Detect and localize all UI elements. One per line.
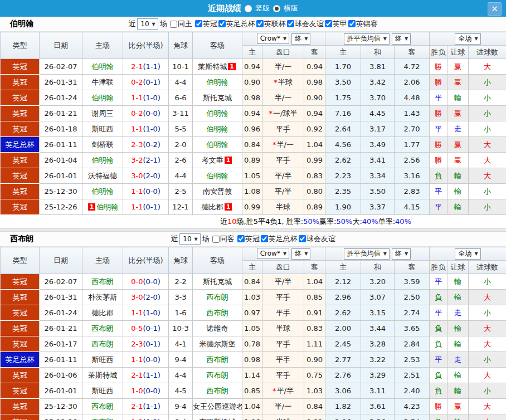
league-checkbox[interactable]: 英甲 (324, 19, 347, 29)
odds-final-select[interactable]: 终 (291, 248, 310, 260)
result-wdl: 勝 (430, 75, 447, 90)
league-checkbox[interactable]: 英联杯 (255, 19, 286, 29)
odds-away: 0.83 (304, 321, 325, 336)
avg-draw: 3.49 (361, 137, 395, 153)
match-row: 英冠26-01-01沃特福德3-0(2-0)4-4伯明翰1.05平/半0.832… (1, 168, 506, 184)
league-checkbox-input[interactable] (218, 20, 226, 27)
avg-final-select[interactable]: 终 (392, 248, 411, 260)
corners: 3-11 (169, 106, 193, 121)
league-checkbox-input[interactable] (287, 20, 294, 27)
avg-home: 1.82 (325, 399, 361, 414)
match-count-select[interactable]: 10 (179, 233, 200, 245)
league-checkbox-input[interactable] (237, 235, 245, 242)
match-row: 英冠26-01-01斯旺西1-0(0-0)4-5西布朗0.85*平/半1.033… (1, 383, 506, 399)
league-checkbox[interactable]: 球会友谊 (286, 19, 324, 29)
result-handicap: 走 (447, 352, 469, 368)
handicap-name: 一/球半 (273, 109, 297, 118)
league-checkbox-input[interactable] (348, 20, 356, 27)
red-card-badge: 1 (225, 203, 232, 211)
league-checkbox[interactable]: 英足总杯 (217, 19, 255, 29)
same-venue-checkbox[interactable]: 同客 (211, 234, 235, 244)
league-checkbox-input[interactable] (325, 20, 332, 27)
league-checkbox[interactable]: 英冠 (194, 19, 217, 29)
col-result-wdl: 胜负 (430, 46, 447, 59)
avg-draw: 3.70 (361, 90, 395, 106)
league-checkbox-input[interactable] (195, 20, 202, 27)
league-checkbox-input[interactable] (256, 20, 264, 27)
col-type: 类型 (1, 32, 40, 59)
handicap-line: 平手 (262, 290, 304, 305)
result-handicap: 輸 (447, 336, 469, 352)
odds-away: 0.83 (304, 168, 325, 184)
col-date: 日期 (40, 247, 82, 274)
corners: 4-5 (169, 383, 193, 399)
score: 0-2(0-1) (123, 75, 169, 90)
vertical-layout-radio[interactable] (245, 5, 252, 12)
league-checkbox-input[interactable] (299, 235, 306, 242)
match-row: 英足总杯26-01-11剑桥联2-3(0-2)2-0伯明翰0.84*半/一1.0… (1, 137, 506, 153)
handicap-line: 平手 (262, 121, 304, 137)
full-match-select[interactable]: 全场 (455, 33, 480, 45)
corners: 4-4 (169, 368, 193, 383)
same-venue-checkbox-input[interactable] (170, 21, 177, 28)
league-checkbox[interactable]: 英冠 (236, 234, 260, 244)
handicap-line: 平手 (262, 153, 304, 168)
result-wdl: 平 (430, 199, 447, 215)
odds-final-select[interactable]: 终 (291, 33, 310, 45)
col-date: 日期 (40, 32, 82, 59)
result-goals: 大 (469, 321, 506, 336)
vertical-layout-label[interactable]: 竖版 (255, 3, 270, 13)
handicap-line: 半/一 (262, 90, 304, 106)
match-date: 26-01-24 (40, 305, 82, 321)
avg-home: 2.12 (325, 274, 361, 290)
result-handicap: 輸 (447, 383, 469, 399)
result-goals: 小 (469, 383, 506, 399)
avg-away: 3.16 (395, 168, 430, 184)
avg-final-select[interactable]: 终 (392, 33, 411, 45)
handicap-name: 半球 (276, 418, 290, 420)
horizontal-layout-label[interactable]: 横版 (284, 3, 298, 13)
league-checkbox[interactable]: 英锦赛 (347, 19, 378, 29)
match-date: 26-02-07 (40, 274, 82, 290)
score: 1-1(1-0) (123, 305, 169, 321)
full-match-select[interactable]: 全场 (455, 248, 480, 260)
home-team-name: 西布朗 (92, 324, 114, 333)
avg-home: 1.75 (325, 90, 361, 106)
wdl-average-select[interactable]: 胜平负均值 (344, 33, 390, 45)
same-venue-checkbox[interactable]: 同主 (169, 19, 192, 29)
corners: 4-4 (169, 75, 193, 90)
odds-company-select[interactable]: Crow* (257, 248, 289, 259)
avg-draw: 3.15 (361, 305, 395, 321)
avg-draw: 3.44 (361, 321, 395, 336)
league-checkbox[interactable]: 球会友谊 (298, 234, 335, 244)
close-icon[interactable] (488, 2, 502, 16)
result-goals: 大 (469, 336, 506, 352)
home-team-name: 伯明翰 (92, 187, 114, 196)
odds-company-select[interactable]: Crow* (257, 33, 289, 44)
wdl-average-select[interactable]: 胜平负均值 (344, 248, 390, 260)
home-team-name: 牛津联 (92, 78, 114, 86)
handicap-line: 平/半 (262, 184, 304, 199)
home-team-name: 莱斯特城 (88, 371, 117, 379)
match-type: 英冠 (1, 75, 40, 90)
avg-home: 1.70 (325, 59, 361, 75)
near-label: 近 (171, 234, 178, 244)
match-type: 英冠 (1, 290, 40, 305)
halftime-score: (0-0) (143, 109, 160, 118)
league-checkbox[interactable]: 英足总杯 (260, 234, 298, 244)
league-checkbox-input[interactable] (261, 235, 268, 242)
horizontal-layout-radio[interactable] (273, 5, 280, 12)
col-avg-home: 主 (325, 46, 361, 59)
same-venue-checkbox-input[interactable] (212, 236, 220, 243)
fulltime-score: 1-0 (131, 387, 143, 395)
home-team-name: 斯旺西 (92, 125, 114, 133)
result-handicap: 走 (447, 121, 469, 137)
red-card-badge: 1 (88, 203, 96, 211)
result-goals: 大 (469, 153, 506, 168)
avg-away: 3.65 (395, 321, 430, 336)
match-type: 英冠 (1, 106, 40, 121)
score: 3-0(2-0) (123, 168, 169, 184)
fulltime-score: 2-1 (131, 371, 143, 379)
corners: 2-6 (169, 153, 193, 168)
match-count-select[interactable]: 10 (137, 18, 158, 30)
